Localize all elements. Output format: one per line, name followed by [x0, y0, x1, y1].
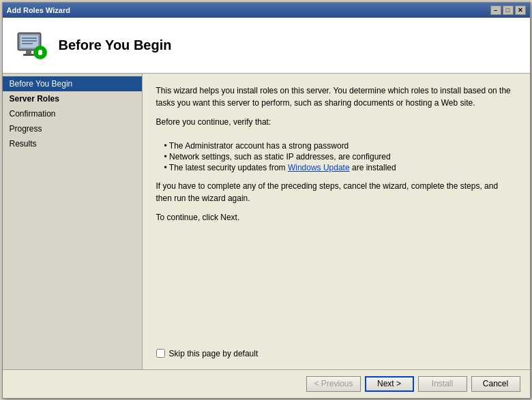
svg-rect-10: [39, 50, 42, 55]
wizard-header-icon: [14, 27, 49, 63]
cancel-button[interactable]: Cancel: [471, 376, 520, 392]
bullet-item-1: The Administrator account has a strong p…: [164, 140, 516, 151]
verify-label: Before you continue, verify that:: [156, 116, 516, 128]
continue-text: To continue, click Next.: [156, 211, 516, 224]
next-button[interactable]: Next >: [365, 376, 414, 392]
close-button[interactable]: ✕: [515, 5, 526, 15]
svg-rect-3: [22, 37, 37, 39]
dialog-window: Add Roles Wizard – □ ✕: [2, 2, 531, 399]
skip-checkbox-label: Skip this page by default: [169, 349, 258, 358]
skip-checkbox[interactable]: [156, 349, 165, 358]
title-bar: Add Roles Wizard – □ ✕: [3, 3, 530, 18]
sidebar-item-confirmation[interactable]: Confirmation: [3, 106, 142, 121]
header-area: Before You Begin: [3, 18, 530, 74]
sidebar: Before You Begin Server Roles Confirmati…: [3, 74, 143, 369]
skip-page-row: Skip this page by default: [156, 349, 516, 358]
maximize-button[interactable]: □: [503, 5, 514, 15]
svg-rect-4: [22, 40, 37, 42]
sidebar-item-progress[interactable]: Progress: [3, 121, 142, 136]
sidebar-item-server-roles[interactable]: Server Roles: [3, 91, 142, 106]
window-title: Add Roles Wizard: [7, 6, 70, 14]
intro-text: This wizard helps you install roles on t…: [156, 84, 516, 109]
install-button[interactable]: Install: [418, 376, 467, 392]
svg-rect-6: [26, 50, 31, 54]
content-area: This wizard helps you install roles on t…: [143, 74, 530, 369]
main-content: Before You Begin Server Roles Confirmati…: [3, 74, 530, 369]
svg-rect-5: [22, 43, 33, 44]
windows-update-link[interactable]: Windows Update: [288, 163, 350, 172]
header-title: Before You Begin: [59, 37, 172, 53]
sidebar-item-results[interactable]: Results: [3, 136, 142, 151]
title-bar-controls: – □ ✕: [490, 5, 526, 15]
svg-rect-7: [23, 54, 34, 56]
sidebar-item-before-you-begin[interactable]: Before You Begin: [3, 76, 142, 91]
bullet-item-2: Network settings, such as static IP addr…: [164, 151, 516, 162]
footer-bar: < Previous Next > Install Cancel: [3, 369, 530, 398]
minimize-button[interactable]: –: [490, 5, 501, 15]
follow-up-text: If you have to complete any of the prece…: [156, 180, 516, 204]
bullet-item-3: The latest security updates from Windows…: [164, 162, 516, 173]
bullet-list: The Administrator account has a strong p…: [164, 140, 516, 173]
previous-button[interactable]: < Previous: [306, 376, 360, 392]
